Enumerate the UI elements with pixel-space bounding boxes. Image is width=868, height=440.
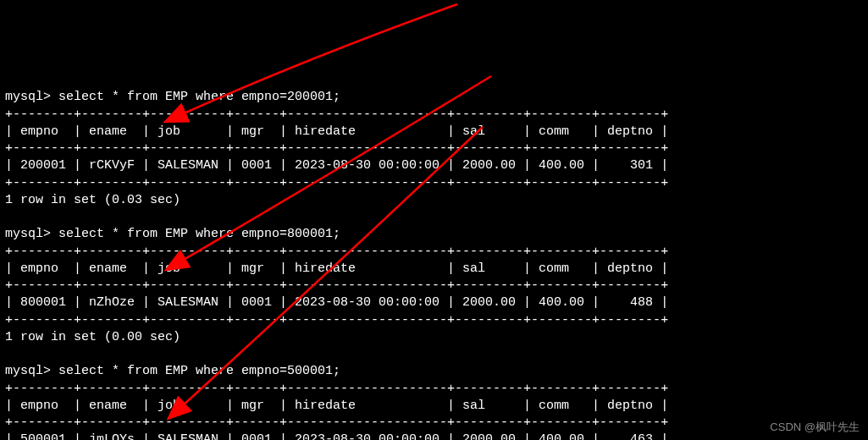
- table-border: +--------+--------+----------+------+---…: [5, 415, 668, 430]
- terminal-output: mysql> select * from EMP where empno=200…: [5, 72, 863, 440]
- table-row: | 500001 | jmLQYs | SALESMAN | 0001 | 20…: [5, 432, 668, 440]
- sql-query: select * from EMP where empno=800001;: [58, 227, 340, 241]
- table-row: | 800001 | nZhOze | SALESMAN | 0001 | 20…: [5, 295, 668, 310]
- table-row: | 200001 | rCKVyF | SALESMAN | 0001 | 20…: [5, 158, 668, 173]
- result-summary: 1 row in set (0.00 sec): [5, 330, 180, 344]
- table-border: +--------+--------+----------+------+---…: [5, 245, 668, 259]
- table-border: +--------+--------+----------+------+---…: [5, 278, 668, 293]
- prompt: mysql>: [5, 90, 51, 104]
- table-border: +--------+--------+----------+------+---…: [5, 107, 668, 122]
- table-border: +--------+--------+----------+------+---…: [5, 313, 668, 327]
- table-border: +--------+--------+----------+------+---…: [5, 141, 668, 156]
- table-border: +--------+--------+----------+------+---…: [5, 176, 668, 190]
- table-header: | empno | ename | job | mgr | hiredate |…: [5, 124, 668, 139]
- prompt: mysql>: [5, 364, 51, 378]
- table-header: | empno | ename | job | mgr | hiredate |…: [5, 261, 668, 276]
- table-border: +--------+--------+----------+------+---…: [5, 382, 668, 396]
- prompt: mysql>: [5, 227, 51, 241]
- watermark-text: CSDN @枫叶先生: [770, 420, 860, 435]
- sql-query: select * from EMP where empno=200001;: [58, 90, 340, 104]
- table-header: | empno | ename | job | mgr | hiredate |…: [5, 399, 668, 413]
- sql-query: select * from EMP where empno=500001;: [58, 364, 340, 378]
- result-summary: 1 row in set (0.03 sec): [5, 193, 180, 207]
